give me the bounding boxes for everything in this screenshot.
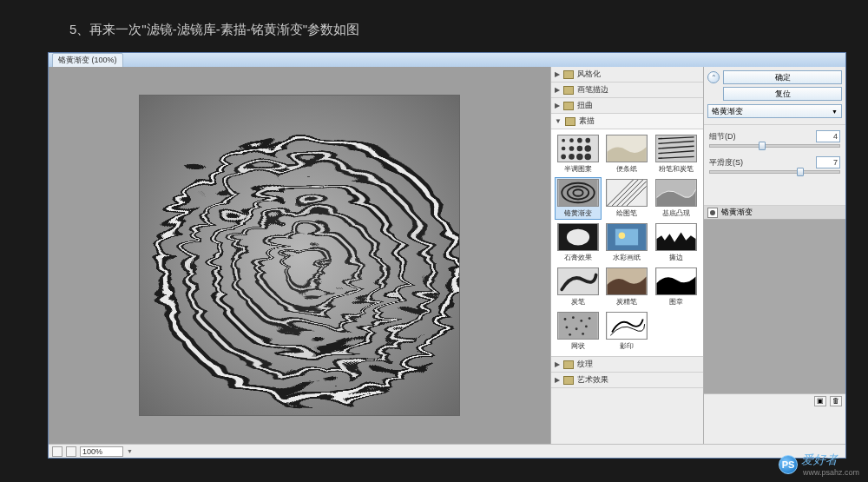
svg-point-16 xyxy=(577,138,582,143)
svg-rect-63 xyxy=(608,313,647,339)
titlebar: 铬黄渐变 (100%) xyxy=(49,53,845,67)
thumb-chrome[interactable]: 铬黄渐变 xyxy=(555,177,602,220)
smoothness-value[interactable]: 7 xyxy=(816,156,840,168)
svg-point-14 xyxy=(562,139,565,142)
step-caption: 5、再来一次"滤镜-滤镜库-素描-铭黄渐变"参数如图 xyxy=(69,22,359,38)
svg-point-55 xyxy=(572,316,575,319)
folder-brush-strokes[interactable]: ▶画笔描边 xyxy=(551,83,703,98)
filter-gallery-window: 铬黄渐变 (100%) xyxy=(48,52,846,459)
svg-point-24 xyxy=(576,154,583,161)
svg-point-25 xyxy=(585,154,592,161)
folder-icon xyxy=(565,117,575,126)
svg-rect-47 xyxy=(615,229,638,246)
folder-sketch[interactable]: ▼素描 xyxy=(551,114,703,129)
svg-point-22 xyxy=(561,155,566,160)
thumb-halftone[interactable]: 半调图案 xyxy=(555,133,602,175)
thumb-plaster[interactable]: 石膏效果 xyxy=(555,221,602,264)
detail-slider[interactable] xyxy=(709,144,840,148)
effect-layer-row[interactable]: 铬黄渐变 xyxy=(704,206,845,220)
document-tab[interactable]: 铬黄渐变 (100%) xyxy=(52,53,123,68)
watermark-url: www.psahz.com xyxy=(803,468,859,477)
thumb-charcoal[interactable]: 炭笔 xyxy=(555,266,602,308)
chevron-down-icon[interactable]: ▼ xyxy=(127,448,133,454)
thumb-notepaper[interactable]: 便条纸 xyxy=(603,133,650,175)
thumb-stamp[interactable]: 图章 xyxy=(653,266,700,308)
thumb-graphic-pen[interactable]: 绘图笔 xyxy=(603,177,650,220)
smoothness-label: 平滑度(S) xyxy=(709,157,743,168)
thumb-chalk-charcoal[interactable]: 粉笔和炭笔 xyxy=(653,133,700,175)
watermark-text: 爱好者 xyxy=(801,452,859,468)
thumb-photocopy[interactable]: 影印 xyxy=(603,310,650,353)
svg-point-15 xyxy=(569,138,574,142)
svg-point-23 xyxy=(569,154,575,160)
expand-icon[interactable]: ⌃ xyxy=(707,71,720,83)
detail-label: 细节(D) xyxy=(709,131,736,142)
svg-point-62 xyxy=(582,333,584,335)
thumb-reticulation[interactable]: 网状 xyxy=(555,310,602,353)
folder-stylize[interactable]: ▶风格化 xyxy=(551,67,703,83)
folder-texture[interactable]: ▶纹理 xyxy=(551,357,703,373)
svg-rect-37 xyxy=(608,180,647,206)
svg-point-20 xyxy=(577,146,583,152)
svg-point-18 xyxy=(562,147,566,151)
svg-point-45 xyxy=(567,229,589,246)
chevron-right-icon: ▶ xyxy=(555,360,560,368)
chevron-down-icon: ▼ xyxy=(555,117,562,125)
svg-point-48 xyxy=(619,232,626,239)
filter-thumbnails: 半调图案 便条纸 粉笔和炭笔 铬黄渐变 绘图笔 基底凸现 石膏效果 水彩画纸 撕… xyxy=(551,129,703,357)
detail-value[interactable]: 4 xyxy=(816,130,840,142)
svg-point-57 xyxy=(589,317,591,320)
chevron-down-icon: ▼ xyxy=(832,109,838,115)
folder-icon xyxy=(563,86,574,95)
svg-rect-53 xyxy=(559,313,598,339)
folder-distort[interactable]: ▶扭曲 xyxy=(551,98,703,114)
svg-point-60 xyxy=(585,326,588,328)
svg-point-17 xyxy=(586,138,591,143)
thumb-bas-relief[interactable]: 基底凸现 xyxy=(653,177,700,220)
thumb-torn-edges[interactable]: 撕边 xyxy=(653,221,700,264)
watermark: PS 爱好者 www.psahz.com xyxy=(779,452,859,477)
chevron-right-icon: ▶ xyxy=(555,70,560,78)
chevron-right-icon: ▶ xyxy=(555,102,560,109)
new-effect-button[interactable]: ▣ xyxy=(814,396,826,406)
zoom-in-button[interactable] xyxy=(66,446,76,457)
settings-panel: ⌃ 确定 复位 铬黄渐变 ▼ 细节(D) xyxy=(704,67,845,444)
chevron-right-icon: ▶ xyxy=(555,376,560,384)
zoom-level[interactable]: 100% xyxy=(80,446,123,457)
folder-icon xyxy=(563,376,574,385)
svg-point-21 xyxy=(585,145,592,152)
svg-point-58 xyxy=(566,326,569,328)
folder-artistic[interactable]: ▶艺术效果 xyxy=(551,373,703,388)
cancel-button[interactable]: 复位 xyxy=(723,87,842,101)
delete-effect-button[interactable]: 🗑 xyxy=(830,396,842,406)
folder-icon xyxy=(563,360,574,369)
thumb-conte-crayon[interactable]: 炭精笔 xyxy=(603,266,650,308)
svg-point-61 xyxy=(569,333,571,336)
chevron-right-icon: ▶ xyxy=(555,86,560,94)
thumb-water-paper[interactable]: 水彩画纸 xyxy=(603,221,650,264)
ps-logo-icon: PS xyxy=(779,455,798,474)
statusbar: 100% ▼ xyxy=(49,444,845,458)
ok-button[interactable]: 确定 xyxy=(723,70,842,84)
folder-icon xyxy=(563,70,574,79)
svg-point-54 xyxy=(564,318,567,320)
svg-point-59 xyxy=(575,327,578,330)
preview-canvas-area xyxy=(49,67,550,444)
visibility-icon[interactable] xyxy=(707,208,718,218)
filter-category-panel: ▶风格化 ▶画笔描边 ▶扭曲 ▼素描 半调图案 便条纸 粉笔和炭笔 铬黄渐变 绘… xyxy=(550,67,704,444)
preview-image xyxy=(139,95,460,416)
smoothness-slider[interactable] xyxy=(709,170,840,174)
effect-select[interactable]: 铬黄渐变 ▼ xyxy=(707,104,842,118)
svg-point-56 xyxy=(581,320,583,322)
effect-layers-panel: 铬黄渐变 ▣ 🗑 xyxy=(704,205,845,444)
svg-point-19 xyxy=(569,146,575,151)
folder-icon xyxy=(563,102,574,110)
zoom-out-button[interactable] xyxy=(52,446,62,457)
